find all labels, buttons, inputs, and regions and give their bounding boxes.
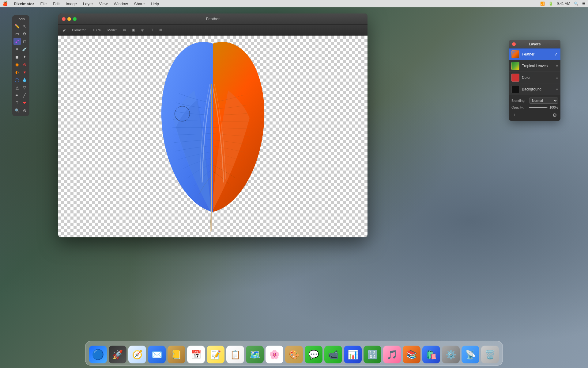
dock-sysprefs[interactable]: ⚙️ (442, 346, 460, 363)
opacity-slider[interactable] (529, 107, 548, 108)
opacity-slider-fill (529, 107, 547, 108)
dock-calendar[interactable]: 📅 (187, 346, 205, 363)
erase-tool[interactable]: ◻ (21, 38, 28, 45)
layers-title: Layers (529, 42, 541, 46)
opacity-value: 100% (549, 105, 558, 109)
brush-mode-selector[interactable]: 🖌 (61, 28, 68, 33)
eyedropper-tool[interactable]: 💉 (21, 45, 28, 53)
dock-messages[interactable]: 💬 (305, 346, 322, 363)
dock-keynote[interactable]: 📊 (344, 346, 362, 363)
dock-safari[interactable]: 🧭 (128, 346, 146, 363)
gradient-tool[interactable]: ◐ (13, 68, 21, 76)
canvas-area[interactable] (58, 36, 368, 237)
window-titlebar: Feather (58, 13, 368, 25)
dock-notes[interactable]: 📝 (207, 346, 224, 363)
mode-options[interactable]: ⊞ (157, 27, 164, 33)
healing-tool[interactable]: ♥ (21, 68, 28, 76)
shape-tool[interactable]: ❤ (21, 99, 28, 106)
menubar-help[interactable]: Help (148, 1, 161, 7)
mode-screen[interactable]: ⊡ (149, 27, 155, 33)
layer-item-feather[interactable]: Feather ✓ (509, 48, 560, 60)
dock-books[interactable]: 📚 (403, 346, 420, 363)
tools-title: Tools (13, 17, 28, 21)
magic-eraser-tool[interactable]: ✦ (21, 53, 28, 60)
menubar-image[interactable]: Image (63, 1, 79, 7)
apple-menu[interactable]: 🍎 (2, 1, 8, 6)
dock-contacts[interactable]: 📒 (168, 346, 185, 363)
menubar-layer[interactable]: Layer (81, 1, 96, 7)
search-icon[interactable]: 🔍 (574, 2, 579, 6)
mode-multiply[interactable]: ◎ (139, 27, 146, 33)
canvas-toolbar: 🖌 Diameter: 100% Mode: ▭ ▣ ◎ ⊡ ⊞ (58, 25, 368, 36)
dock-airdrop[interactable]: 📡 (462, 346, 479, 363)
layer-thumbnail-background (511, 85, 519, 93)
menubar-edit[interactable]: Edit (50, 1, 62, 7)
menubar-window[interactable]: Window (111, 1, 130, 7)
dock-photos[interactable]: 🌸 (266, 346, 283, 363)
color-fill-tool[interactable]: ⊘ (21, 107, 28, 114)
layer-visible-feather[interactable]: ✓ (554, 52, 558, 57)
layers-close-button[interactable] (512, 42, 516, 46)
mode-overlay[interactable]: ▣ (130, 27, 137, 33)
color-picker-tool[interactable]: ◯ (13, 76, 21, 83)
layer-thumbnail-feather (511, 50, 519, 58)
dock-numbers[interactable]: 🔢 (364, 346, 381, 363)
close-button[interactable] (62, 17, 66, 21)
mode-normal[interactable]: ▭ (121, 27, 128, 33)
layer-item-tropical[interactable]: Tropical Leaves ≡ (509, 60, 560, 72)
dock-facetime[interactable]: 📹 (324, 346, 342, 363)
clone-tool[interactable]: ⊙ (21, 61, 28, 68)
diameter-value[interactable]: 100% (91, 28, 103, 33)
menubar-view[interactable]: View (97, 1, 110, 7)
line-tool[interactable]: ╱ (21, 91, 28, 99)
dock-appstore[interactable]: 🛍️ (422, 346, 440, 363)
layer-item-color[interactable]: Color ≡ (509, 72, 560, 83)
blending-label: Blending: (511, 99, 527, 102)
dock-reminders[interactable]: 📋 (226, 346, 244, 363)
layers-footer: Blending: Normal Multiply Screen Overlay… (509, 95, 560, 121)
layers-settings-button[interactable]: ⚙ (551, 112, 558, 118)
rectangle-select-tool[interactable]: ▭ (13, 30, 21, 37)
minimize-button[interactable] (67, 17, 71, 21)
dock-maps[interactable]: 🗺️ (246, 346, 264, 363)
dock-finder[interactable]: 🔵 (89, 346, 107, 363)
menubar-file[interactable]: File (38, 1, 49, 7)
dock-mail[interactable]: ✉️ (148, 346, 166, 363)
rotate-tool[interactable]: ⚙ (21, 30, 28, 37)
clock: 9:41 AM (557, 2, 570, 6)
water-tool[interactable]: 💧 (21, 76, 28, 83)
fill-tool[interactable]: ◉ (13, 61, 21, 68)
blending-select[interactable]: Normal Multiply Screen Overlay (529, 98, 558, 104)
menubar-share[interactable]: Share (132, 1, 147, 7)
paint-brush-tool[interactable]: ✏️ (13, 22, 21, 30)
pen-tool[interactable]: ✒ (13, 91, 21, 99)
dock-itunes[interactable]: 🎵 (383, 346, 401, 363)
maximize-button[interactable] (73, 17, 77, 21)
dock-trash[interactable]: 🗑️ (481, 346, 499, 363)
dock: 🔵 🚀 🧭 ✉️ 📒 📅 📝 📋 🗺️ 🌸 🎨 💬 📹 📊 🔢 🎵 (85, 341, 503, 366)
layer-thumbnail-color (511, 74, 519, 82)
text-tool[interactable]: T (13, 99, 21, 106)
zoom-tool[interactable]: 🔍 (13, 107, 21, 114)
eraser-tool-2[interactable]: ◼ (13, 53, 21, 60)
crop-tool[interactable]: ⌗ (13, 45, 21, 53)
layer-item-background[interactable]: Background ≡ (509, 83, 560, 95)
burn-tool[interactable]: ▽ (21, 84, 28, 91)
layer-name-background: Background (522, 87, 554, 91)
layer-visible-color[interactable]: ≡ (556, 76, 558, 79)
layer-visible-background[interactable]: ≡ (556, 87, 558, 91)
mode-label: Mode: (106, 28, 119, 33)
layer-name-color: Color (522, 75, 554, 80)
layers-actions: + − ⚙ (511, 112, 558, 118)
brush-tool[interactable]: 🖌 (13, 38, 21, 45)
add-layer-button[interactable]: + (511, 112, 518, 118)
control-icon[interactable]: ☰ (582, 2, 586, 6)
battery-icon: 🔋 (548, 2, 553, 6)
remove-layer-button[interactable]: − (519, 112, 526, 118)
menubar-app-name[interactable]: Pixelmator (11, 1, 36, 7)
dock-pixelmator[interactable]: 🎨 (285, 346, 303, 363)
dodge-tool[interactable]: △ (13, 84, 21, 91)
select-tool[interactable]: ↖ (21, 22, 28, 30)
layer-visible-tropical[interactable]: ≡ (556, 64, 558, 68)
dock-launchpad[interactable]: 🚀 (109, 346, 126, 363)
